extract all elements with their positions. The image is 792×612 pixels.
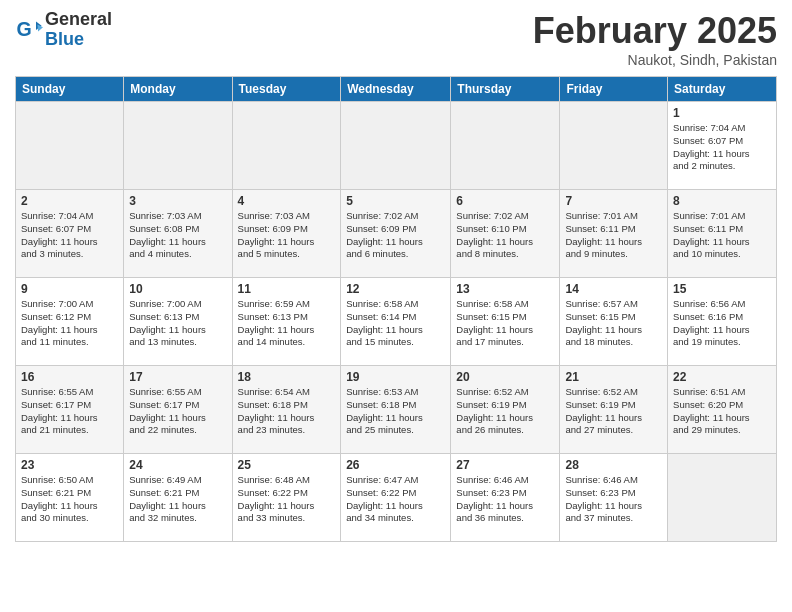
day-info: Sunrise: 7:04 AM Sunset: 6:07 PM Dayligh… (673, 122, 771, 173)
calendar-week-3: 9Sunrise: 7:00 AM Sunset: 6:12 PM Daylig… (16, 278, 777, 366)
calendar-cell: 27Sunrise: 6:46 AM Sunset: 6:23 PM Dayli… (451, 454, 560, 542)
weekday-header-row: SundayMondayTuesdayWednesdayThursdayFrid… (16, 77, 777, 102)
calendar-cell: 23Sunrise: 6:50 AM Sunset: 6:21 PM Dayli… (16, 454, 124, 542)
day-info: Sunrise: 6:51 AM Sunset: 6:20 PM Dayligh… (673, 386, 771, 437)
day-number: 18 (238, 370, 336, 384)
calendar-cell: 17Sunrise: 6:55 AM Sunset: 6:17 PM Dayli… (124, 366, 232, 454)
day-number: 5 (346, 194, 445, 208)
calendar-cell: 12Sunrise: 6:58 AM Sunset: 6:14 PM Dayli… (341, 278, 451, 366)
calendar-cell (560, 102, 668, 190)
day-number: 10 (129, 282, 226, 296)
day-info: Sunrise: 6:46 AM Sunset: 6:23 PM Dayligh… (565, 474, 662, 525)
day-info: Sunrise: 6:47 AM Sunset: 6:22 PM Dayligh… (346, 474, 445, 525)
day-number: 19 (346, 370, 445, 384)
weekday-header-monday: Monday (124, 77, 232, 102)
day-number: 3 (129, 194, 226, 208)
calendar-cell: 19Sunrise: 6:53 AM Sunset: 6:18 PM Dayli… (341, 366, 451, 454)
weekday-header-friday: Friday (560, 77, 668, 102)
logo-icon: G (15, 16, 43, 44)
day-info: Sunrise: 6:58 AM Sunset: 6:14 PM Dayligh… (346, 298, 445, 349)
weekday-header-tuesday: Tuesday (232, 77, 341, 102)
day-number: 8 (673, 194, 771, 208)
day-info: Sunrise: 6:59 AM Sunset: 6:13 PM Dayligh… (238, 298, 336, 349)
day-number: 9 (21, 282, 118, 296)
weekday-header-saturday: Saturday (668, 77, 777, 102)
calendar-cell: 20Sunrise: 6:52 AM Sunset: 6:19 PM Dayli… (451, 366, 560, 454)
day-number: 14 (565, 282, 662, 296)
calendar-cell (16, 102, 124, 190)
day-number: 17 (129, 370, 226, 384)
day-info: Sunrise: 7:01 AM Sunset: 6:11 PM Dayligh… (565, 210, 662, 261)
calendar-cell: 15Sunrise: 6:56 AM Sunset: 6:16 PM Dayli… (668, 278, 777, 366)
day-number: 11 (238, 282, 336, 296)
day-info: Sunrise: 7:00 AM Sunset: 6:12 PM Dayligh… (21, 298, 118, 349)
calendar-cell: 3Sunrise: 7:03 AM Sunset: 6:08 PM Daylig… (124, 190, 232, 278)
day-number: 28 (565, 458, 662, 472)
day-number: 12 (346, 282, 445, 296)
day-number: 1 (673, 106, 771, 120)
day-number: 2 (21, 194, 118, 208)
day-number: 24 (129, 458, 226, 472)
calendar-cell: 18Sunrise: 6:54 AM Sunset: 6:18 PM Dayli… (232, 366, 341, 454)
day-info: Sunrise: 6:56 AM Sunset: 6:16 PM Dayligh… (673, 298, 771, 349)
calendar-cell: 5Sunrise: 7:02 AM Sunset: 6:09 PM Daylig… (341, 190, 451, 278)
calendar-cell: 14Sunrise: 6:57 AM Sunset: 6:15 PM Dayli… (560, 278, 668, 366)
calendar-week-5: 23Sunrise: 6:50 AM Sunset: 6:21 PM Dayli… (16, 454, 777, 542)
logo-line2: Blue (45, 30, 112, 50)
calendar-cell (451, 102, 560, 190)
calendar-cell: 26Sunrise: 6:47 AM Sunset: 6:22 PM Dayli… (341, 454, 451, 542)
day-info: Sunrise: 6:48 AM Sunset: 6:22 PM Dayligh… (238, 474, 336, 525)
weekday-header-thursday: Thursday (451, 77, 560, 102)
calendar-cell: 1Sunrise: 7:04 AM Sunset: 6:07 PM Daylig… (668, 102, 777, 190)
page-header: G General Blue February 2025 Naukot, Sin… (15, 10, 777, 68)
weekday-header-sunday: Sunday (16, 77, 124, 102)
day-number: 7 (565, 194, 662, 208)
day-info: Sunrise: 6:58 AM Sunset: 6:15 PM Dayligh… (456, 298, 554, 349)
month-title: February 2025 (533, 10, 777, 52)
calendar-cell: 25Sunrise: 6:48 AM Sunset: 6:22 PM Dayli… (232, 454, 341, 542)
day-info: Sunrise: 7:01 AM Sunset: 6:11 PM Dayligh… (673, 210, 771, 261)
calendar-cell: 16Sunrise: 6:55 AM Sunset: 6:17 PM Dayli… (16, 366, 124, 454)
calendar-cell: 6Sunrise: 7:02 AM Sunset: 6:10 PM Daylig… (451, 190, 560, 278)
day-number: 4 (238, 194, 336, 208)
calendar-table: SundayMondayTuesdayWednesdayThursdayFrid… (15, 76, 777, 542)
day-number: 27 (456, 458, 554, 472)
day-info: Sunrise: 7:04 AM Sunset: 6:07 PM Dayligh… (21, 210, 118, 261)
day-number: 23 (21, 458, 118, 472)
calendar-cell: 4Sunrise: 7:03 AM Sunset: 6:09 PM Daylig… (232, 190, 341, 278)
day-number: 13 (456, 282, 554, 296)
day-number: 22 (673, 370, 771, 384)
day-info: Sunrise: 6:57 AM Sunset: 6:15 PM Dayligh… (565, 298, 662, 349)
day-info: Sunrise: 6:52 AM Sunset: 6:19 PM Dayligh… (565, 386, 662, 437)
calendar-body: 1Sunrise: 7:04 AM Sunset: 6:07 PM Daylig… (16, 102, 777, 542)
title-block: February 2025 Naukot, Sindh, Pakistan (533, 10, 777, 68)
calendar-cell: 9Sunrise: 7:00 AM Sunset: 6:12 PM Daylig… (16, 278, 124, 366)
day-info: Sunrise: 7:02 AM Sunset: 6:10 PM Dayligh… (456, 210, 554, 261)
calendar-cell: 28Sunrise: 6:46 AM Sunset: 6:23 PM Dayli… (560, 454, 668, 542)
day-number: 20 (456, 370, 554, 384)
calendar-week-1: 1Sunrise: 7:04 AM Sunset: 6:07 PM Daylig… (16, 102, 777, 190)
day-info: Sunrise: 7:03 AM Sunset: 6:08 PM Dayligh… (129, 210, 226, 261)
calendar-week-4: 16Sunrise: 6:55 AM Sunset: 6:17 PM Dayli… (16, 366, 777, 454)
day-info: Sunrise: 7:02 AM Sunset: 6:09 PM Dayligh… (346, 210, 445, 261)
logo-line1: General (45, 10, 112, 30)
calendar-cell: 13Sunrise: 6:58 AM Sunset: 6:15 PM Dayli… (451, 278, 560, 366)
day-number: 21 (565, 370, 662, 384)
logo-text: General Blue (45, 10, 112, 50)
day-number: 16 (21, 370, 118, 384)
day-info: Sunrise: 6:55 AM Sunset: 6:17 PM Dayligh… (129, 386, 226, 437)
location: Naukot, Sindh, Pakistan (533, 52, 777, 68)
day-info: Sunrise: 7:03 AM Sunset: 6:09 PM Dayligh… (238, 210, 336, 261)
calendar-cell: 22Sunrise: 6:51 AM Sunset: 6:20 PM Dayli… (668, 366, 777, 454)
page-container: G General Blue February 2025 Naukot, Sin… (0, 0, 792, 552)
day-number: 6 (456, 194, 554, 208)
calendar-cell (668, 454, 777, 542)
day-info: Sunrise: 6:52 AM Sunset: 6:19 PM Dayligh… (456, 386, 554, 437)
day-info: Sunrise: 6:53 AM Sunset: 6:18 PM Dayligh… (346, 386, 445, 437)
calendar-cell: 8Sunrise: 7:01 AM Sunset: 6:11 PM Daylig… (668, 190, 777, 278)
svg-text:G: G (16, 17, 31, 39)
day-number: 15 (673, 282, 771, 296)
day-info: Sunrise: 6:49 AM Sunset: 6:21 PM Dayligh… (129, 474, 226, 525)
calendar-cell: 21Sunrise: 6:52 AM Sunset: 6:19 PM Dayli… (560, 366, 668, 454)
weekday-header-wednesday: Wednesday (341, 77, 451, 102)
